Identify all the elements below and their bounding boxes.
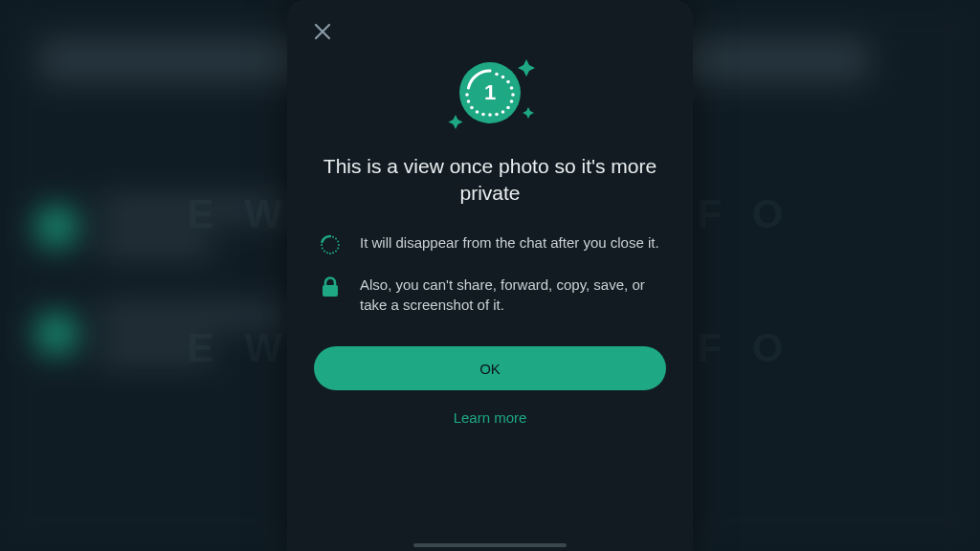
svg-point-7 [481, 113, 485, 117]
svg-point-15 [506, 80, 510, 84]
svg-point-19 [321, 244, 323, 246]
svg-point-17 [495, 73, 499, 77]
lock-icon [321, 276, 340, 298]
svg-point-14 [510, 86, 514, 90]
view-once-sparkle-icon: 1 [433, 50, 547, 136]
feature-lock: Also, you can't share, forward, copy, sa… [318, 275, 662, 317]
svg-point-28 [337, 240, 339, 242]
svg-point-26 [337, 247, 339, 249]
svg-point-6 [476, 110, 479, 114]
svg-point-30 [332, 235, 334, 237]
ok-button-label: OK [479, 361, 501, 377]
svg-point-13 [511, 93, 515, 97]
svg-rect-31 [323, 285, 338, 297]
svg-point-8 [488, 113, 492, 117]
svg-point-20 [322, 247, 323, 249]
svg-point-11 [506, 106, 510, 110]
svg-point-9 [495, 113, 499, 117]
svg-point-21 [323, 250, 325, 252]
svg-point-16 [501, 76, 505, 79]
svg-point-29 [335, 237, 337, 239]
svg-point-23 [329, 253, 331, 254]
svg-point-10 [501, 110, 505, 114]
learn-more-link[interactable]: Learn more [454, 409, 527, 426]
modal-title: This is a view once photo so it's more p… [318, 153, 662, 208]
learn-more-label: Learn more [454, 409, 527, 426]
feature-text: It will disappear from the chat after yo… [360, 232, 659, 253]
ok-button[interactable]: OK [314, 346, 666, 390]
svg-point-27 [338, 244, 340, 246]
svg-point-24 [332, 252, 334, 253]
close-icon [314, 23, 331, 40]
svg-point-12 [510, 99, 514, 103]
svg-point-4 [467, 99, 471, 103]
view-once-modal: 1 This is a view once photo so it's more… [287, 0, 693, 551]
feature-disappear: It will disappear from the chat after yo… [318, 232, 662, 255]
svg-point-5 [470, 106, 474, 110]
svg-point-25 [335, 250, 337, 252]
close-button[interactable] [312, 21, 333, 42]
loading-dots-icon [320, 234, 341, 255]
feature-text: Also, you can't share, forward, copy, sa… [360, 275, 662, 317]
svg-point-3 [465, 93, 469, 97]
svg-point-22 [326, 252, 328, 253]
hero-illustration: 1 [312, 50, 668, 136]
svg-text:1: 1 [484, 80, 496, 104]
home-indicator [413, 543, 567, 547]
